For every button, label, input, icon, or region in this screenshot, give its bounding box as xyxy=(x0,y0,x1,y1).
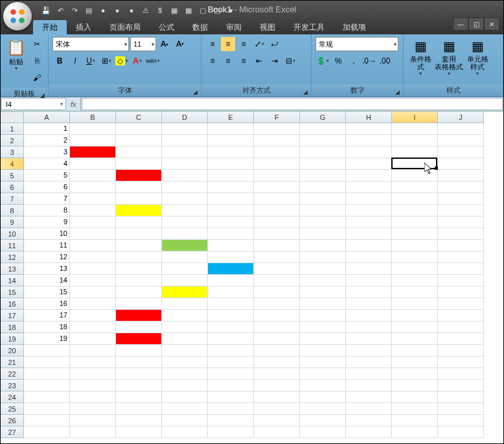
row-header[interactable]: 12 xyxy=(1,251,24,263)
cell[interactable] xyxy=(70,333,116,345)
cell[interactable] xyxy=(392,123,438,135)
close-button[interactable]: ✕ xyxy=(484,18,499,30)
cell[interactable] xyxy=(116,426,162,438)
shrink-font-button[interactable]: A▾ xyxy=(173,37,187,51)
cell[interactable]: 4 xyxy=(24,158,70,170)
cell[interactable] xyxy=(438,146,484,158)
cell[interactable] xyxy=(254,426,300,438)
cell[interactable] xyxy=(300,135,346,146)
cell[interactable] xyxy=(162,251,208,263)
row-header[interactable]: 2 xyxy=(1,135,24,146)
cell[interactable] xyxy=(438,275,484,286)
dialog-launcher[interactable]: ◢ xyxy=(192,89,198,95)
row-header[interactable]: 24 xyxy=(1,391,24,403)
qat-icon[interactable]: ⚠ xyxy=(141,5,151,16)
cell[interactable] xyxy=(70,251,116,263)
cell[interactable] xyxy=(208,193,254,205)
cell[interactable] xyxy=(116,275,162,286)
cell[interactable] xyxy=(300,368,346,380)
cell[interactable] xyxy=(208,333,254,345)
cell[interactable] xyxy=(116,205,162,216)
cell[interactable] xyxy=(24,415,70,426)
cell[interactable] xyxy=(438,123,484,135)
cell[interactable] xyxy=(24,403,70,415)
cell[interactable] xyxy=(116,368,162,380)
cell[interactable] xyxy=(392,205,438,216)
cell[interactable]: 14 xyxy=(24,275,70,286)
column-header[interactable]: I xyxy=(392,111,438,123)
cell[interactable]: 16 xyxy=(24,298,70,310)
row-header[interactable]: 4 xyxy=(1,158,24,170)
cell[interactable] xyxy=(116,240,162,251)
cell[interactable] xyxy=(162,158,208,170)
cell[interactable] xyxy=(208,275,254,286)
cell[interactable] xyxy=(346,263,392,275)
cell[interactable] xyxy=(438,205,484,216)
row-header[interactable]: 8 xyxy=(1,205,24,216)
cell[interactable] xyxy=(438,158,484,170)
cell[interactable] xyxy=(162,403,208,415)
cell[interactable] xyxy=(24,380,70,391)
cell[interactable] xyxy=(208,380,254,391)
cell[interactable] xyxy=(208,391,254,403)
cell[interactable] xyxy=(254,403,300,415)
qat-dropdown-icon[interactable]: ▾ xyxy=(226,5,236,16)
underline-button[interactable]: U▾ xyxy=(84,54,98,68)
cell[interactable] xyxy=(392,368,438,380)
cell[interactable] xyxy=(300,228,346,240)
cell[interactable] xyxy=(208,368,254,380)
cell[interactable] xyxy=(208,135,254,146)
decrease-decimal-button[interactable]: .00 xyxy=(378,54,392,68)
cell[interactable] xyxy=(208,345,254,356)
cell[interactable] xyxy=(24,426,70,438)
cell[interactable]: 7 xyxy=(24,193,70,205)
row-header[interactable]: 13 xyxy=(1,263,24,275)
cell[interactable] xyxy=(70,146,116,158)
cell[interactable] xyxy=(392,333,438,345)
cell[interactable] xyxy=(70,135,116,146)
cell[interactable] xyxy=(254,123,300,135)
cell[interactable] xyxy=(346,146,392,158)
row-header[interactable]: 27 xyxy=(1,426,24,438)
cell[interactable] xyxy=(392,310,438,321)
qat-icon[interactable]: ▦ xyxy=(169,5,179,16)
cell[interactable]: 13 xyxy=(24,263,70,275)
qat-save-icon[interactable]: 💾 xyxy=(41,5,51,16)
cell[interactable] xyxy=(392,170,438,181)
cell[interactable] xyxy=(438,368,484,380)
cell[interactable] xyxy=(392,298,438,310)
cell[interactable]: 19 xyxy=(24,333,70,345)
cell[interactable] xyxy=(162,146,208,158)
cell[interactable] xyxy=(162,321,208,333)
cell[interactable] xyxy=(254,286,300,298)
qat-icon[interactable]: ▢ xyxy=(212,5,222,16)
cell[interactable] xyxy=(254,298,300,310)
row-header[interactable]: 11 xyxy=(1,240,24,251)
cell[interactable] xyxy=(116,356,162,368)
table-format-button[interactable]: ▦ 套用 表格格式▾ xyxy=(436,37,462,76)
cell[interactable] xyxy=(24,368,70,380)
comma-button[interactable]: , xyxy=(347,54,361,68)
cell[interactable] xyxy=(116,263,162,275)
cell[interactable] xyxy=(162,181,208,193)
cell[interactable] xyxy=(346,170,392,181)
row-header[interactable]: 23 xyxy=(1,380,24,391)
cell[interactable] xyxy=(300,158,346,170)
cell[interactable] xyxy=(116,286,162,298)
bold-button[interactable]: B xyxy=(52,54,67,68)
paste-button[interactable]: 📋 粘贴 ▾ xyxy=(5,37,27,71)
cell[interactable] xyxy=(392,216,438,228)
cell[interactable] xyxy=(300,403,346,415)
column-header[interactable]: E xyxy=(208,111,254,123)
cell[interactable] xyxy=(116,123,162,135)
cell[interactable] xyxy=(346,251,392,263)
cell[interactable] xyxy=(254,391,300,403)
cell[interactable] xyxy=(70,286,116,298)
cell[interactable] xyxy=(162,193,208,205)
row-header[interactable]: 6 xyxy=(1,181,24,193)
cell[interactable] xyxy=(116,391,162,403)
cell[interactable]: 8 xyxy=(24,205,70,216)
qat-icon[interactable]: ● xyxy=(126,5,137,16)
cell[interactable] xyxy=(346,391,392,403)
align-middle-button[interactable]: ≡ xyxy=(221,37,235,51)
